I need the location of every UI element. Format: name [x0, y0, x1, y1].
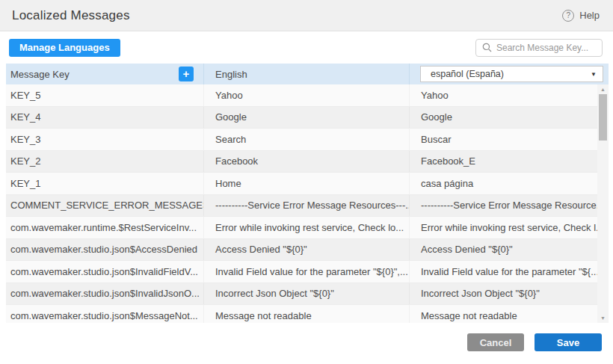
message-key-cell[interactable]: KEY_3	[6, 129, 203, 150]
table-row[interactable]: KEY_3 Search Buscar	[6, 129, 609, 151]
english-cell[interactable]: Invalid Field value for the parameter "$…	[203, 261, 409, 283]
english-cell[interactable]: ----------Service Error Message Resource…	[203, 195, 409, 217]
translation-cell[interactable]: Invalid Field value for the parameter "$…	[409, 261, 609, 283]
manage-languages-button[interactable]: Manage Languages	[9, 39, 120, 57]
scroll-up-icon[interactable]: ▲	[597, 84, 609, 94]
message-key-label: Message Key	[10, 69, 70, 80]
column-header-message-key: Message Key +	[6, 64, 203, 84]
search-input[interactable]	[496, 43, 596, 53]
english-label: English	[215, 69, 247, 80]
table-row[interactable]: com.wavemaker.runtime.$RestServiceInv...…	[6, 217, 609, 239]
cancel-button[interactable]: Cancel	[467, 333, 524, 351]
translation-cell[interactable]: Yahoo	[409, 84, 609, 106]
message-key-cell[interactable]: KEY_5	[6, 84, 203, 106]
message-key-cell[interactable]: com.wavemaker.studio.json$MessageNot...	[6, 305, 203, 323]
message-key-cell[interactable]: KEY_1	[6, 173, 203, 194]
page-title: Localized Messages	[12, 8, 130, 23]
english-cell[interactable]: Search	[203, 129, 409, 150]
column-header-language: español (España) ▼	[409, 64, 609, 84]
english-cell[interactable]: Google	[203, 107, 409, 129]
translation-cell[interactable]: Facebook_E	[409, 151, 609, 173]
message-key-cell[interactable]: com.wavemaker.studio.json$AccessDenied	[6, 239, 203, 261]
table-body: KEY_5 Yahoo Yahoo KEY_4 Google Google KE…	[6, 84, 609, 323]
add-key-button[interactable]: +	[179, 67, 194, 81]
toolbar: Manage Languages	[0, 31, 613, 64]
scroll-down-icon[interactable]: ▼	[597, 313, 609, 323]
help-label: Help	[579, 10, 600, 21]
scrollbar-thumb[interactable]	[599, 94, 607, 141]
translation-cell[interactable]: ----------Service Error Message Resource…	[409, 195, 609, 217]
table-row[interactable]: com.wavemaker.studio.json$MessageNot... …	[6, 305, 609, 323]
message-key-cell[interactable]: COMMENT_SERVICE_ERROR_MESSAGES	[6, 195, 203, 217]
table-row[interactable]: com.wavemaker.studio.json$InvalidJsonO..…	[6, 283, 609, 306]
english-cell[interactable]: Incorrect Json Object "${0}"	[203, 283, 409, 305]
save-button[interactable]: Save	[535, 333, 602, 351]
table-row[interactable]: COMMENT_SERVICE_ERROR_MESSAGES ---------…	[6, 195, 609, 218]
translation-cell[interactable]: Access Denied "${0}"	[409, 239, 609, 261]
top-bar: Localized Messages ? Help	[0, 0, 613, 31]
english-cell[interactable]: Access Denied "${0}"	[203, 239, 409, 261]
translation-cell[interactable]: casa página	[409, 173, 609, 194]
help-button[interactable]: ? Help	[562, 10, 600, 22]
footer-actions: Cancel Save	[0, 323, 613, 364]
table-header-row: Message Key + English español (España) ▼	[6, 64, 609, 84]
table-scrollbar[interactable]: ▲ ▼	[597, 84, 609, 323]
search-icon	[482, 43, 492, 52]
english-cell[interactable]: Home	[203, 173, 409, 194]
english-cell[interactable]: Error while invoking rest service, Check…	[203, 217, 409, 238]
search-box[interactable]	[475, 39, 603, 57]
message-key-cell[interactable]: com.wavemaker.runtime.$RestServiceInv...	[6, 217, 203, 238]
localized-messages-table: Message Key + English español (España) ▼…	[6, 64, 609, 323]
help-icon: ?	[562, 10, 574, 22]
chevron-down-icon: ▼	[591, 71, 597, 78]
english-cell[interactable]: Facebook	[203, 151, 409, 173]
table-row[interactable]: KEY_1 Home casa página	[6, 173, 609, 195]
column-header-english: English	[203, 64, 409, 84]
english-cell[interactable]: Yahoo	[203, 84, 409, 106]
translation-cell[interactable]: Incorrect Json Object "${0}"	[409, 283, 609, 305]
table-row[interactable]: com.wavemaker.studio.json$AccessDenied A…	[6, 239, 609, 262]
table-row[interactable]: com.wavemaker.studio.json$InvalidFieldV.…	[6, 261, 609, 283]
message-key-cell[interactable]: KEY_4	[6, 107, 203, 129]
table-row[interactable]: KEY_5 Yahoo Yahoo	[6, 84, 609, 107]
message-key-cell[interactable]: com.wavemaker.studio.json$InvalidFieldV.…	[6, 261, 203, 283]
message-key-cell[interactable]: com.wavemaker.studio.json$InvalidJsonO..…	[6, 283, 203, 305]
table-row[interactable]: KEY_4 Google Google	[6, 107, 609, 129]
plus-icon: +	[183, 67, 190, 80]
translation-cell[interactable]: Buscar	[409, 129, 609, 150]
english-cell[interactable]: Message not readable	[203, 305, 409, 323]
translation-cell[interactable]: Error while invoking rest service, Check…	[409, 217, 609, 238]
language-select-value: español (España)	[431, 69, 504, 79]
language-select[interactable]: español (España) ▼	[420, 66, 603, 82]
translation-cell[interactable]: Message not readable	[409, 305, 609, 323]
translation-cell[interactable]: Google	[409, 107, 609, 129]
table-row[interactable]: KEY_2 Facebook Facebook_E	[6, 151, 609, 173]
message-key-cell[interactable]: KEY_2	[6, 151, 203, 173]
